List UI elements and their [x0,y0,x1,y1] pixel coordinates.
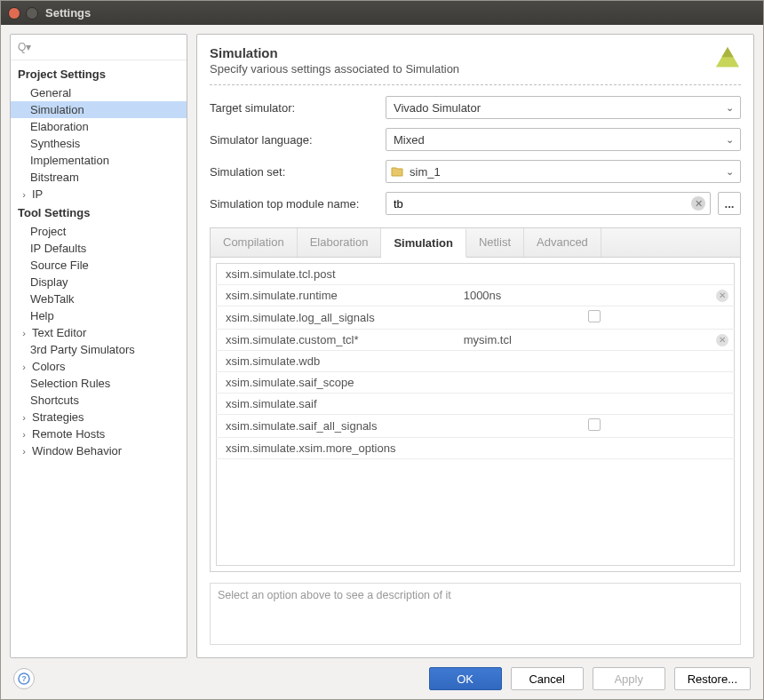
sidebar-item-general[interactable]: General [11,84,187,101]
sidebar-item-colors[interactable]: ›Colors [11,358,187,375]
tabs: Compilation Elaboration Simulation Netli… [211,228,740,258]
simulation-form: Target simulator: Vivado Simulator ⌄ Sim… [210,96,741,215]
close-icon[interactable] [8,7,20,20]
chevron-right-icon: › [20,328,28,338]
sidebar-item-bitstream[interactable]: Bitstream [11,169,187,186]
table-row[interactable]: xsim.simulate.tcl.post [217,264,735,285]
target-simulator-select[interactable]: Vivado Simulator [386,96,741,119]
search-input[interactable] [16,38,181,56]
simulator-language-select[interactable]: Mixed [386,128,741,151]
sidebar-item-simulation[interactable]: Simulation [11,101,187,118]
properties-table: xsim.simulate.tcl.post xsim.simulate.run… [216,263,735,566]
top-module-input[interactable] [386,192,711,215]
search-row [11,35,187,60]
tab-compilation[interactable]: Compilation [211,228,298,257]
svg-text:?: ? [21,674,27,683]
dialog-footer: ? OK Cancel Apply Restore... [1,658,763,699]
label-simulator-language: Simulator language: [210,133,378,147]
sidebar-item-remote-hosts[interactable]: ›Remote Hosts [11,426,187,442]
page-title: Simulation [210,45,714,60]
table-row[interactable]: xsim.simulate.custom_tcl*mysim.tcl✕ [217,330,735,351]
chevron-right-icon: › [20,446,28,457]
chevron-right-icon: › [20,362,28,372]
table-row[interactable]: xsim.simulate.saif_all_signals [217,415,735,438]
cancel-button[interactable]: Cancel [511,667,584,690]
checkbox[interactable] [588,310,601,322]
sidebar-item-ip[interactable]: ›IP [11,186,187,203]
restore-button[interactable]: Restore... [674,667,751,690]
table-row[interactable]: xsim.simulate.xsim.more_options [217,438,735,459]
sidebar-item-ip-defaults[interactable]: IP Defaults [11,240,187,257]
tab-netlist[interactable]: Netlist [466,228,524,257]
tab-simulation[interactable]: Simulation [381,229,466,258]
clear-icon[interactable]: ✕ [716,290,728,302]
sidebar-item-implementation[interactable]: Implementation [11,152,187,169]
settings-window: Settings Project Settings General Simula… [0,0,764,700]
properties-box: Compilation Elaboration Simulation Netli… [210,227,741,572]
sidebar-item-webtalk[interactable]: WebTalk [11,290,187,307]
group-tool-settings: Tool Settings [11,203,187,223]
table-row[interactable]: xsim.simulate.log_all_signals [217,306,735,330]
sidebar-item-text-editor[interactable]: ›Text Editor [11,324,187,341]
page-subtitle: Specify various settings associated to S… [210,62,714,76]
window-title: Settings [45,6,91,20]
content-header: Simulation Specify various settings asso… [210,45,741,76]
titlebar: Settings [1,1,763,25]
sidebar-item-project[interactable]: Project [11,223,187,240]
help-button[interactable]: ? [13,668,35,689]
sidebar-item-window-behavior[interactable]: ›Window Behavior [11,442,187,459]
sidebar-item-source-file[interactable]: Source File [11,257,187,274]
chevron-right-icon: › [20,429,28,440]
vivado-logo-icon [714,45,741,72]
checkbox[interactable] [588,418,601,431]
sidebar-item-strategies[interactable]: ›Strategies [11,409,187,426]
table-row[interactable]: xsim.simulate.saif_scope [217,372,735,394]
content-panel: Simulation Specify various settings asso… [196,34,754,658]
settings-sidebar: Project Settings General Simulation Elab… [10,34,187,658]
group-project-settings: Project Settings [11,64,187,84]
sidebar-item-3rd-party-simulators[interactable]: 3rd Party Simulators [11,341,187,358]
tab-elaboration[interactable]: Elaboration [298,228,382,257]
chevron-right-icon: › [20,189,28,200]
sidebar-item-help[interactable]: Help [11,307,187,324]
tab-advanced[interactable]: Advanced [524,228,601,257]
browse-button[interactable]: ... [718,192,741,215]
svg-marker-1 [721,47,733,57]
window-controls [8,7,38,20]
sidebar-item-selection-rules[interactable]: Selection Rules [11,375,187,392]
table-row[interactable]: xsim.simulate.runtime1000ns✕ [217,285,735,306]
clear-icon[interactable]: ✕ [691,196,705,211]
sidebar-item-elaboration[interactable]: Elaboration [11,118,187,135]
apply-button[interactable]: Apply [593,667,665,690]
clear-icon[interactable]: ✕ [716,334,728,346]
table-row[interactable]: xsim.simulate.saif [217,394,735,415]
ok-button[interactable]: OK [429,667,502,690]
label-top-module: Simulation top module name: [210,197,378,211]
table-row[interactable]: xsim.simulate.wdb [217,351,735,372]
simulation-set-select[interactable]: sim_1 [386,160,741,183]
sidebar-item-synthesis[interactable]: Synthesis [11,135,187,152]
label-target-simulator: Target simulator: [210,101,378,115]
label-simulation-set: Simulation set: [210,165,378,179]
settings-tree: Project Settings General Simulation Elab… [11,60,187,657]
chevron-right-icon: › [20,412,28,423]
description-hint: Select an option above to see a descript… [218,589,451,601]
divider [210,84,741,85]
sidebar-item-shortcuts[interactable]: Shortcuts [11,392,187,409]
description-panel: Select an option above to see a descript… [210,583,741,645]
minimize-icon[interactable] [26,7,38,20]
sidebar-item-display[interactable]: Display [11,274,187,290]
help-icon: ? [18,672,30,685]
